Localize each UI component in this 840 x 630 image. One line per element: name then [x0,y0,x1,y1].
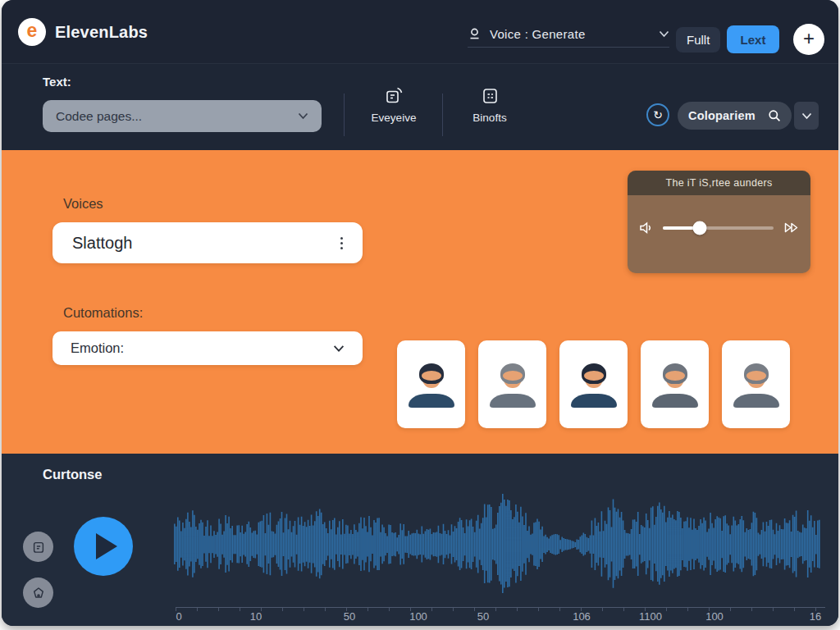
avatar [571,362,617,408]
chevron-down-icon [659,30,669,38]
microphone-icon [468,27,482,41]
audio-player-card: The iT iS,rtee aunders [628,171,810,273]
player-title-bar: The iT iS,rtee aunders [628,171,810,195]
refresh-ring-button[interactable]: ↻ [646,103,669,126]
eveyeive-label: Eveyeive [372,112,417,124]
emotion-value: Emotion: [71,340,124,356]
timeline-tick: 106 [573,610,591,623]
toolbar: Text: Codee pages... Eveyeive [2,64,838,150]
timeline-tick: 50 [477,610,489,623]
volume-slider-thumb[interactable] [692,221,706,235]
audio-waveform[interactable] [174,491,820,599]
search-icon [768,109,781,122]
customizations-label: Cutomations: [63,305,143,321]
eveyeive-action-button[interactable]: Eveyeive [358,84,430,125]
home-badge-button[interactable] [23,578,53,608]
binofts-label: Binofts [472,112,506,124]
voice-mode-select[interactable]: Voice : Generate [468,21,669,48]
search-value: Colopariem [688,109,756,122]
timeline-tick: 0 [176,610,181,623]
header-bar: e ElevenLabs Voice : Generate Fullt Lext… [2,0,838,64]
clipboard-icon [480,85,500,106]
binofts-action-button[interactable]: Binofts [454,84,526,125]
timeline-tick: 1100 [639,610,662,623]
voice-card[interactable]: Slattogh [52,222,363,263]
volume-icon[interactable] [638,220,654,235]
next-button[interactable]: Lext [727,25,779,53]
pages-dropdown-value: Codee pages... [56,109,142,124]
divider [344,94,345,136]
voice-avatar-card[interactable] [397,340,465,428]
clipboard-tool-button[interactable] [23,532,53,562]
timeline-tick: 100 [705,610,724,623]
chevron-down-icon [333,345,345,353]
device-broadcast-icon [384,85,404,106]
chevron-down-icon [298,112,308,120]
voice-avatar-card[interactable] [641,340,709,428]
chevron-down-icon [801,112,812,120]
timeline-tick: 100 [409,610,427,623]
brand-name: ElevenLabs [55,23,148,42]
player-controls [628,220,810,235]
player-title: The iT iS,rtee aunders [665,177,772,189]
avatar [733,362,779,408]
elevenlabs-logo-icon: e [18,18,46,46]
text-label: Text: [43,75,71,89]
voice-avatar-card[interactable] [478,340,546,428]
voice-name: Slattogh [72,234,132,253]
avatar [490,362,536,408]
timeline-title: Curtonse [43,467,102,482]
timeline-tick: 50 [344,610,355,623]
skip-forward-icon[interactable] [783,220,800,235]
voice-mode-label: Voice : Generate [490,27,586,41]
voices-label: Voices [63,196,103,212]
avatar [652,362,698,408]
main-panel: Voices Slattogh Cutomations: Emotion: Th… [2,150,838,454]
add-button[interactable]: + [793,24,824,55]
brand: e ElevenLabs [18,0,148,64]
timeline-ruler[interactable] [176,607,825,611]
full-button[interactable]: Fullt [676,27,720,52]
search-dropdown-button[interactable] [794,102,819,130]
pages-dropdown[interactable]: Codee pages... [43,100,322,132]
divider [442,94,443,136]
voice-avatar-card[interactable] [559,340,628,428]
voice-avatar-card[interactable] [722,340,790,428]
app-window: e ElevenLabs Voice : Generate Fullt Lext… [2,0,838,626]
timeline-tick: 16 [810,610,821,623]
search-input[interactable]: Colopariem [678,102,792,130]
timeline-tick: 10 [250,610,262,623]
avatar [409,362,454,408]
kebab-menu-icon[interactable] [340,237,343,249]
audio-timeline-panel: Curtonse 0 10 50 100 50 106 1100 100 16 [2,454,838,626]
play-button[interactable] [74,517,133,576]
voice-avatar-list [397,340,790,428]
volume-slider[interactable] [663,226,774,230]
emotion-dropdown[interactable]: Emotion: [52,331,363,365]
play-icon [96,533,117,559]
